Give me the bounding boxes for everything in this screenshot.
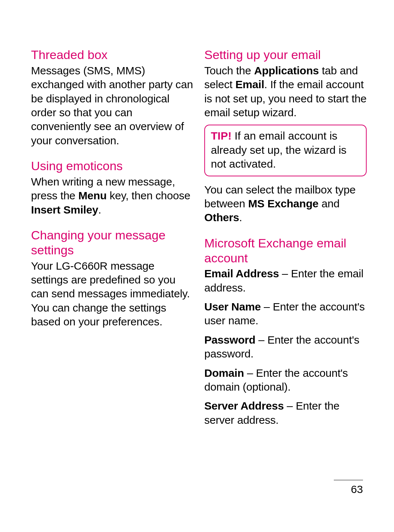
section-body: You can select the mailbox type between …: [204, 183, 367, 225]
field-description: User Name – Enter the account's user nam…: [204, 300, 367, 328]
section-body: When writing a new message, press the Me…: [31, 175, 193, 217]
tip-label: TIP!: [211, 130, 232, 142]
section-body: Messages (SMS, MMS) exchanged with anoth…: [31, 64, 193, 148]
text: key, then choose: [107, 189, 190, 202]
field-label: Domain: [204, 367, 244, 379]
field-description: Email Address – Enter the email address.: [204, 267, 367, 295]
field-label: Email Address: [204, 267, 279, 279]
bold-text: Others: [204, 211, 239, 223]
bold-text: Menu: [78, 189, 107, 202]
tip-text: If an email account is already set up, t…: [211, 130, 347, 170]
page-number: 63: [334, 480, 363, 496]
text: Touch the: [204, 64, 254, 77]
bold-text: Insert Smiley: [31, 204, 98, 216]
section-heading-ms-exchange: Microsoft Exchange email account: [204, 236, 367, 266]
tip-box: TIP! If an email account is already set …: [204, 125, 367, 176]
field-label: Server Address: [204, 400, 284, 412]
section-heading-changing-settings: Changing your message settings: [31, 228, 193, 258]
manual-page: Threaded box Messages (SMS, MMS) exchang…: [0, 0, 394, 432]
bold-text: Applications: [254, 64, 319, 77]
left-column: Threaded box Messages (SMS, MMS) exchang…: [31, 47, 193, 432]
section-body: Your LG-C660R message settings are prede…: [31, 259, 193, 329]
field-label: Password: [204, 334, 255, 346]
right-column: Setting up your email Touch the Applicat…: [204, 47, 367, 432]
text: .: [239, 211, 242, 223]
section-heading-using-emoticons: Using emoticons: [31, 159, 193, 173]
field-label: User Name: [204, 301, 261, 313]
section-body: Touch the Applications tab and select Em…: [204, 64, 367, 120]
section-heading-threaded-box: Threaded box: [31, 47, 193, 62]
field-description: Domain – Enter the account's domain (opt…: [204, 366, 367, 394]
field-description: Server Address – Enter the server addres…: [204, 399, 367, 427]
text: .: [98, 204, 101, 216]
bold-text: Email: [235, 78, 264, 90]
text: and: [318, 197, 340, 210]
section-heading-setting-up-email: Setting up your email: [204, 47, 367, 62]
field-description: Password – Enter the account's password.: [204, 333, 367, 361]
bold-text: MS Exchange: [248, 197, 318, 210]
